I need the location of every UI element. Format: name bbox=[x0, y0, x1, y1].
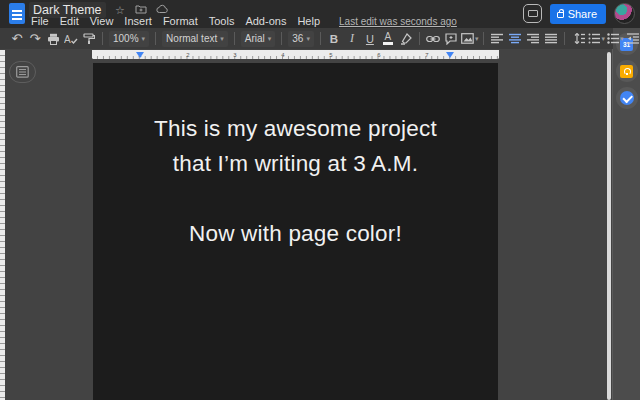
bulleted-list-button[interactable]: ▾ bbox=[607, 31, 624, 47]
tasks-panel-button[interactable] bbox=[616, 87, 638, 109]
menu-tools[interactable]: Tools bbox=[209, 15, 235, 27]
highlight-color-button[interactable] bbox=[398, 31, 414, 47]
keep-icon bbox=[620, 65, 633, 78]
ruler-label: 5 bbox=[329, 51, 332, 59]
divider bbox=[155, 32, 156, 45]
menu-view[interactable]: View bbox=[90, 15, 114, 27]
justify-button[interactable] bbox=[543, 31, 559, 47]
ruler-label: 3 bbox=[234, 51, 237, 59]
font-size-select[interactable]: 36▾ bbox=[288, 31, 314, 47]
styles-select[interactable]: Normal text▾ bbox=[162, 31, 228, 47]
menu-insert[interactable]: Insert bbox=[124, 15, 152, 27]
horizontal-ruler[interactable]: 1 2 3 4 5 6 7 bbox=[92, 50, 499, 59]
side-panel: 31 bbox=[612, 28, 640, 400]
insert-image-button[interactable]: ▾ bbox=[461, 31, 479, 47]
text-color-button[interactable]: A bbox=[380, 31, 396, 47]
menu-bar: File Edit View Insert Format Tools Add-o… bbox=[31, 15, 457, 27]
current-color-swatch bbox=[383, 42, 393, 45]
align-left-button[interactable] bbox=[489, 31, 505, 47]
underline-button[interactable]: U bbox=[362, 31, 378, 47]
vertical-scrollbar[interactable] bbox=[607, 52, 611, 400]
doc-line[interactable] bbox=[93, 181, 498, 216]
toolbar: ↶ ↷ A 100%▾ Normal text▾ Arial▾ 36▾ B I … bbox=[0, 28, 613, 49]
divider bbox=[234, 32, 235, 45]
ruler-label: 7 bbox=[425, 51, 428, 59]
menu-edit[interactable]: Edit bbox=[60, 15, 79, 27]
bold-button[interactable]: B bbox=[326, 31, 342, 47]
add-comment-button[interactable] bbox=[443, 31, 459, 47]
chevron-down-icon: ▾ bbox=[601, 35, 605, 43]
insert-link-button[interactable] bbox=[425, 31, 441, 47]
svg-text:A: A bbox=[64, 34, 71, 45]
chevron-down-icon: ▾ bbox=[142, 35, 146, 43]
tasks-icon bbox=[620, 91, 634, 105]
divider bbox=[102, 32, 103, 45]
chevron-down-icon: ▾ bbox=[475, 35, 479, 43]
ruler-mask bbox=[92, 50, 499, 56]
chevron-down-icon: ▾ bbox=[306, 35, 310, 43]
zoom-select[interactable]: 100%▾ bbox=[109, 31, 149, 47]
docs-logo-icon[interactable] bbox=[9, 3, 25, 24]
chevron-down-icon: ▾ bbox=[620, 35, 624, 43]
doc-line[interactable]: This is my awesome project bbox=[93, 111, 498, 146]
paint-format-button[interactable] bbox=[81, 31, 97, 47]
ruler-label: 2 bbox=[186, 51, 189, 59]
last-edit-link[interactable]: Last edit was seconds ago bbox=[339, 16, 457, 27]
divider bbox=[483, 32, 484, 45]
chevron-down-icon: ▾ bbox=[268, 35, 272, 43]
document-text[interactable]: This is my awesome project that I’m writ… bbox=[93, 63, 498, 251]
divider bbox=[564, 32, 565, 45]
account-avatar[interactable] bbox=[614, 3, 635, 24]
ruler-label: 4 bbox=[282, 51, 285, 59]
doc-line[interactable]: that I’m writing at 3 A.M. bbox=[93, 146, 498, 181]
menu-addons[interactable]: Add-ons bbox=[245, 15, 286, 27]
undo-button[interactable]: ↶ bbox=[9, 31, 25, 47]
header-right: Share bbox=[523, 3, 635, 24]
font-select[interactable]: Arial▾ bbox=[241, 31, 276, 47]
align-right-button[interactable] bbox=[525, 31, 541, 47]
divider bbox=[320, 32, 321, 45]
line-spacing-button[interactable] bbox=[570, 31, 586, 47]
vertical-ruler[interactable] bbox=[0, 50, 5, 400]
menu-help[interactable]: Help bbox=[297, 15, 320, 27]
divider bbox=[419, 32, 420, 45]
menu-file[interactable]: File bbox=[31, 15, 49, 27]
right-indent-marker[interactable] bbox=[446, 52, 454, 58]
ruler-label: 6 bbox=[377, 51, 380, 59]
document-page[interactable]: This is my awesome project that I’m writ… bbox=[93, 63, 498, 400]
numbered-list-button[interactable]: ▾ bbox=[588, 31, 605, 47]
align-center-button[interactable] bbox=[507, 31, 523, 47]
spellcheck-button[interactable]: A bbox=[63, 31, 79, 47]
decrease-indent-button[interactable] bbox=[625, 31, 640, 47]
print-button[interactable] bbox=[45, 31, 61, 47]
italic-button[interactable]: I bbox=[344, 31, 360, 47]
show-outline-button[interactable] bbox=[9, 61, 36, 83]
google-docs-app: Dark Theme ☆ File Edit View Insert Forma… bbox=[0, 0, 640, 400]
doc-line[interactable]: Now with page color! bbox=[93, 216, 498, 251]
left-indent-marker[interactable] bbox=[136, 52, 144, 58]
header-bar: Dark Theme ☆ File Edit View Insert Forma… bbox=[0, 0, 640, 28]
outline-icon bbox=[16, 66, 29, 78]
divider bbox=[281, 32, 282, 45]
comment-history-icon[interactable] bbox=[523, 4, 542, 23]
redo-button[interactable]: ↷ bbox=[27, 31, 43, 47]
keep-panel-button[interactable] bbox=[616, 60, 638, 82]
share-button[interactable]: Share bbox=[550, 4, 606, 24]
chevron-down-icon: ▾ bbox=[220, 35, 224, 43]
menu-format[interactable]: Format bbox=[163, 15, 198, 27]
lock-icon bbox=[557, 12, 564, 18]
